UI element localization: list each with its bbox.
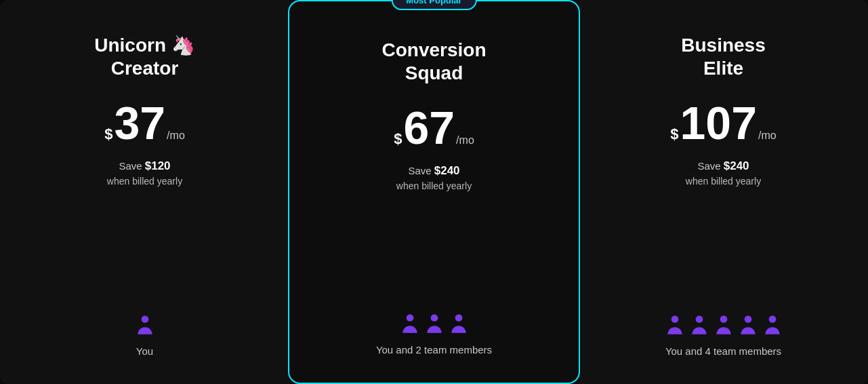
svg-point-2 — [430, 314, 438, 322]
person-icon — [400, 313, 419, 337]
price-period: /mo — [167, 130, 185, 142]
pricing-container: Unicorn 🦄Creator$37/moSave $120when bill… — [0, 0, 868, 384]
savings-text: Save $240 — [686, 159, 761, 173]
price-period: /mo — [758, 130, 777, 142]
pricing-card-business-elite: BusinessElite$107/moSave $240when billed… — [579, 0, 868, 384]
svg-point-8 — [768, 315, 776, 323]
price-container: $107/mo — [670, 100, 776, 146]
price-container: $37/mo — [104, 100, 185, 146]
billed-yearly-text: when billed yearly — [396, 180, 472, 191]
team-section: You and 2 team members — [376, 313, 492, 356]
pricing-card-unicorn-creator: Unicorn 🦄Creator$37/moSave $120when bill… — [0, 0, 289, 384]
team-label: You and 4 team members — [665, 345, 781, 357]
billed-yearly-text: when billed yearly — [107, 176, 182, 187]
savings-section: Save $240when billed yearly — [686, 159, 761, 187]
price-dollar-sign: $ — [104, 126, 112, 143]
svg-point-5 — [695, 315, 703, 323]
price-amount: 67 — [403, 104, 455, 151]
plan-title: Unicorn 🦄Creator — [94, 34, 195, 79]
team-icons — [400, 313, 468, 337]
price-period: /mo — [456, 134, 474, 147]
svg-point-7 — [744, 315, 751, 323]
team-label: You — [136, 345, 153, 357]
svg-point-4 — [671, 315, 678, 323]
team-section: You — [136, 314, 154, 357]
person-icon — [425, 313, 444, 337]
person-icon — [739, 314, 758, 339]
team-icons — [665, 314, 782, 339]
savings-text: Save $120 — [107, 159, 182, 173]
svg-point-6 — [720, 315, 727, 323]
person-icon — [763, 314, 782, 339]
price-dollar-sign: $ — [670, 126, 678, 143]
plan-title: BusinessElite — [681, 34, 766, 79]
team-section: You and 4 team members — [665, 314, 782, 357]
savings-text: Save $240 — [396, 164, 472, 178]
person-icon — [449, 313, 468, 337]
price-container: $67/mo — [394, 104, 474, 151]
team-icons — [136, 314, 154, 339]
plan-title: ConversionSquad — [381, 39, 486, 84]
savings-section: Save $120when billed yearly — [107, 159, 182, 187]
price-dollar-sign: $ — [394, 130, 402, 148]
team-label: You and 2 team members — [376, 344, 492, 356]
svg-point-1 — [406, 314, 413, 322]
price-amount: 37 — [114, 100, 165, 146]
person-icon — [690, 314, 709, 339]
savings-section: Save $240when billed yearly — [396, 164, 472, 191]
billed-yearly-text: when billed yearly — [686, 176, 761, 187]
pricing-card-conversion-squad: Most PopularConversionSquad$67/moSave $2… — [288, 0, 580, 384]
svg-point-0 — [141, 315, 148, 323]
person-icon — [136, 314, 154, 339]
price-amount: 107 — [680, 100, 757, 146]
person-icon — [714, 314, 733, 339]
svg-point-3 — [455, 314, 462, 322]
person-icon — [665, 314, 684, 339]
popular-badge: Most Popular — [391, 0, 476, 10]
